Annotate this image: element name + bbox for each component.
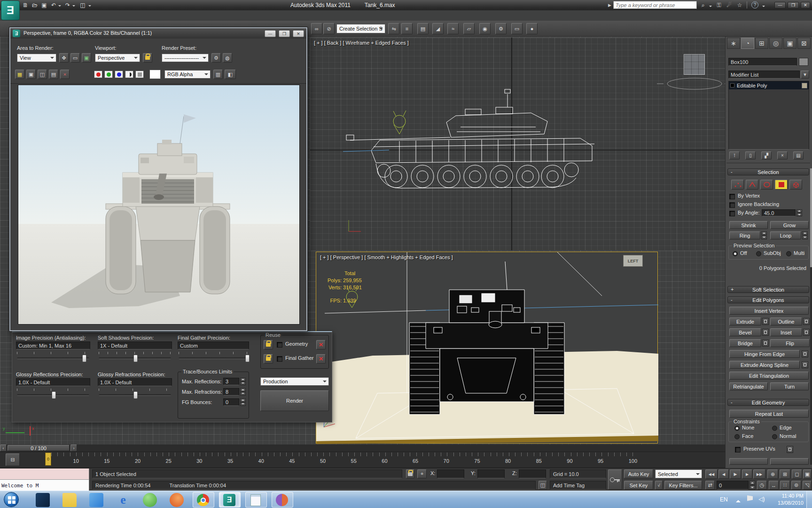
curve-editor-icon[interactable]: ≈ xyxy=(447,23,459,34)
turn-button[interactable]: Turn xyxy=(770,382,809,390)
next-frame-icon[interactable]: ▶ xyxy=(742,469,752,479)
lock-geometry-icon[interactable] xyxy=(264,340,273,349)
application-menu-button[interactable]: Ǝ xyxy=(1,0,20,20)
play-animation-icon[interactable]: ▶ xyxy=(730,469,741,479)
media-player-icon[interactable] xyxy=(36,493,50,507)
inset-settings-icon[interactable] xyxy=(803,329,810,336)
hinge-settings-icon[interactable] xyxy=(802,350,808,357)
by-angle-spinner[interactable] xyxy=(796,209,802,216)
glossy-refractions-slider-handle[interactable] xyxy=(133,391,138,399)
repeat-last-button[interactable]: Repeat Last xyxy=(729,410,809,418)
orbit-icon[interactable]: ⊚ xyxy=(791,481,801,490)
green-channel-icon[interactable] xyxy=(104,71,113,78)
object-name-field[interactable]: Box100 xyxy=(728,58,797,66)
windows-live-icon[interactable] xyxy=(89,493,103,507)
search-collapse-icon[interactable]: ▶ xyxy=(608,3,611,8)
command-panel-scrollbar[interactable] xyxy=(810,168,812,465)
configure-modifier-sets-icon[interactable]: ▤ xyxy=(793,151,804,159)
time-configuration-icon[interactable]: ◷ xyxy=(757,481,767,490)
loop-button[interactable]: Loop xyxy=(770,231,801,239)
previous-frame-icon[interactable]: ◀ xyxy=(718,469,729,479)
add-time-tag-field[interactable]: Add Time Tag xyxy=(550,481,606,490)
edge-subobject-icon[interactable] xyxy=(746,180,758,190)
help-dropdown-icon[interactable] xyxy=(762,6,765,8)
viewport-back[interactable]: [ + ] [ Back ] [ Wireframe + Edged Faces… xyxy=(310,38,725,250)
flip-button[interactable]: Flip xyxy=(770,339,810,347)
show-desktop-button[interactable] xyxy=(806,491,812,508)
toggle-ui-icon[interactable]: ▥ xyxy=(213,70,223,79)
key-communication-center-icon[interactable]: ⚿ xyxy=(715,1,723,9)
clear-image-icon[interactable]: × xyxy=(60,70,70,79)
lock-final-gather-icon[interactable] xyxy=(264,354,273,364)
internet-explorer-icon[interactable]: e xyxy=(116,493,130,507)
rendered-frame-window-icon[interactable]: ▭ xyxy=(511,23,523,34)
save-file-icon[interactable]: ▣ xyxy=(40,1,48,9)
save-image-icon[interactable]: ▦ xyxy=(15,70,24,79)
viewport-lock-icon[interactable] xyxy=(143,53,152,63)
background-color-swatch[interactable] xyxy=(149,70,161,79)
rfw-maximize-button[interactable]: ❐ xyxy=(279,30,290,37)
start-button[interactable] xyxy=(4,492,19,507)
auto-key-button[interactable]: Auto Key xyxy=(624,469,653,478)
left-text-object[interactable]: LEFT xyxy=(623,255,643,267)
rfw-titlebar[interactable]: Ǝ Perspective, frame 0, RGBA Color 32 Bi… xyxy=(10,28,306,39)
pan-view-icon[interactable]: ↔ xyxy=(769,481,779,490)
bevel-settings-icon[interactable] xyxy=(762,329,769,336)
area-to-render-combo[interactable]: View xyxy=(17,54,56,62)
loop-spinner[interactable] xyxy=(802,231,808,239)
named-selection-set-combo[interactable]: Create Selection Se xyxy=(336,24,385,33)
zoom-all-icon[interactable]: ⊞ xyxy=(780,469,790,479)
extrude-settings-icon[interactable] xyxy=(762,318,769,325)
clipped-button-left[interactable] xyxy=(729,458,768,465)
bevel-button[interactable]: Bevel xyxy=(729,328,761,336)
maximize-viewport-toggle-icon[interactable]: ◹ xyxy=(803,481,812,490)
ring-spinner[interactable] xyxy=(761,231,767,239)
absolute-mode-transform-icon[interactable]: ⌖ xyxy=(417,469,427,478)
modifier-list-arrow-icon[interactable]: ▾ xyxy=(801,71,809,79)
preview-multi-radio[interactable] xyxy=(786,251,791,256)
polygon-subobject-icon-active[interactable] xyxy=(775,180,788,190)
fg-bounces-field[interactable]: 0 xyxy=(223,398,239,406)
unlink-selection-icon[interactable]: ⊘ xyxy=(323,23,335,34)
image-precision-slider-handle[interactable] xyxy=(82,355,86,362)
go-to-start-icon[interactable]: ◀◀ xyxy=(705,469,718,479)
x-coord-field[interactable] xyxy=(437,469,464,478)
clone-window-icon[interactable]: ◫ xyxy=(38,70,47,79)
object-color-swatch[interactable] xyxy=(799,58,808,66)
clock[interactable]: 11:40 PM 13/08/2010 xyxy=(770,492,804,507)
by-vertex-checkbox[interactable] xyxy=(729,194,735,199)
extrude-button[interactable]: Extrude xyxy=(729,318,761,325)
stack-visibility-icon[interactable] xyxy=(802,83,807,88)
print-image-icon[interactable]: ▤ xyxy=(49,70,58,79)
mini-curve-editor-icon[interactable]: ⊟ xyxy=(6,453,20,466)
utilities-tab-icon[interactable]: ⊠ xyxy=(797,38,811,49)
viewport-perspective[interactable]: [ + ] [ Perspective ] [ Smooth + Highlig… xyxy=(316,252,658,444)
schematic-view-icon[interactable]: ▱ xyxy=(463,23,475,34)
zoom-icon[interactable]: ⊕ xyxy=(767,469,778,479)
outline-settings-icon[interactable] xyxy=(803,318,810,325)
modifier-list-dropdown[interactable]: Modifier List xyxy=(728,71,800,79)
render-production-icon[interactable]: ● xyxy=(526,23,538,34)
image-precision-slider[interactable] xyxy=(17,357,89,359)
favorites-star-icon[interactable]: ☆ xyxy=(735,1,744,9)
maxscript-listener-pink[interactable] xyxy=(0,468,89,480)
material-editor-icon[interactable]: ◉ xyxy=(479,23,491,34)
element-subobject-icon[interactable] xyxy=(789,180,802,190)
tray-expand-icon[interactable] xyxy=(736,498,741,502)
minimize-button[interactable]: — xyxy=(774,2,786,8)
notepad-taskbar-button[interactable] xyxy=(245,492,267,508)
display-tab-icon[interactable]: ▣ xyxy=(783,38,796,49)
extrude-along-spline-settings-icon[interactable] xyxy=(802,361,808,368)
create-tab-icon[interactable]: ∗ xyxy=(727,38,740,49)
chrome-taskbar-button[interactable] xyxy=(193,492,214,508)
edit-triangulation-button[interactable]: Edit Triangulation xyxy=(729,372,809,380)
graphite-modeling-icon[interactable]: ◢ xyxy=(432,23,444,34)
final-gather-slider[interactable] xyxy=(179,357,248,359)
set-key-button[interactable]: Set Key xyxy=(624,481,653,490)
clipped-button-right[interactable] xyxy=(770,458,809,465)
environment-icon[interactable]: ◍ xyxy=(223,53,232,63)
set-keys-key-icon[interactable] xyxy=(608,469,622,490)
zoom-region-icon[interactable]: ▣ xyxy=(803,469,812,479)
max-reflections-spinner[interactable] xyxy=(240,378,246,385)
by-angle-field[interactable]: 45.0 xyxy=(762,209,796,216)
